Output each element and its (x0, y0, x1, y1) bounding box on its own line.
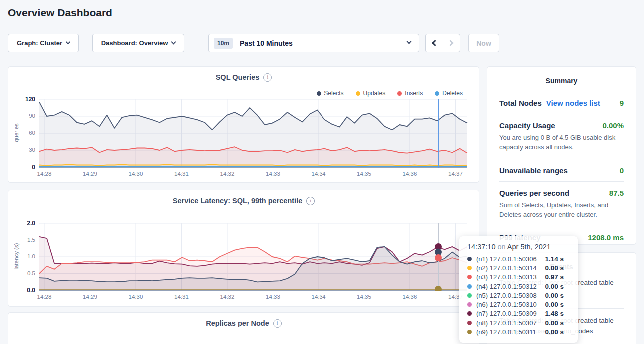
tooltip-node-value: 0.00 s (545, 264, 571, 272)
series-color-dot-icon (467, 311, 472, 316)
summary-value: 0.00% (602, 121, 624, 130)
tooltip-node-value: 0.00 s (545, 283, 571, 290)
tooltip-node-label: (n3) 127.0.0.1:50313 (476, 273, 537, 281)
tooltip-node-row: (n7) 127.0.0.1:503091.48 s (467, 309, 571, 318)
y-tick-label: 0.5 (13, 270, 35, 276)
now-button[interactable]: Now (468, 34, 499, 52)
x-tick-label: 14:33 (260, 294, 286, 300)
y-tick-label: 60 (13, 130, 35, 136)
chevron-left-icon (432, 40, 438, 46)
x-tick-label: 14:36 (397, 171, 423, 177)
summary-label: Queries per second (499, 189, 569, 197)
graph-dropdown-label: Graph: Cluster (17, 39, 62, 47)
tooltip-node-value: 0.00 s (545, 301, 571, 308)
graph-dropdown[interactable]: Graph: Cluster (8, 34, 79, 52)
tooltip-node-label: (n4) 127.0.0.1:50312 (476, 283, 537, 290)
y-tick-label: 120 (13, 96, 35, 103)
x-tick-label: 14:30 (123, 294, 149, 300)
info-icon[interactable]: i (273, 319, 282, 328)
summary-label: Unavailable ranges (499, 166, 568, 175)
y-tick-label: 1.0 (13, 253, 35, 259)
summary-value: 0 (620, 166, 624, 175)
tooltip-node-row: (n9) 127.0.0.1:503110.00 s (467, 327, 571, 336)
tooltip-node-label: (n1) 127.0.0.1:50306 (476, 255, 537, 263)
legend-dot-icon (435, 91, 439, 96)
tooltip-node-row: (n1) 127.0.0.1:503061.14 s (467, 254, 571, 263)
y-tick-label: 30 (13, 147, 35, 153)
sql-queries-panel: SQL Queriesi Selects Updates Inserts Del… (8, 66, 479, 183)
series-color-dot-icon (467, 330, 472, 334)
series-color-dot-icon (467, 266, 472, 270)
series-color-dot-icon (467, 293, 472, 298)
y-tick-label: 2.0 (13, 220, 35, 227)
x-tick-label: 14:34 (306, 294, 331, 300)
tooltip-node-row: (n8) 127.0.0.1:503070.00 s (467, 318, 571, 327)
tooltip-node-row: (n3) 127.0.0.1:503130.97 s (467, 273, 571, 282)
x-tick-label: 14:36 (397, 294, 423, 300)
legend-item-inserts[interactable]: Inserts (397, 90, 423, 97)
view-nodes-list-link[interactable]: View nodes list (546, 99, 600, 107)
x-tick-label: 14:30 (123, 171, 149, 177)
chevron-down-icon (171, 40, 176, 45)
series-color-dot-icon (467, 321, 472, 325)
tooltip-node-value: 0.97 s (545, 273, 571, 281)
x-tick-label: 14:29 (77, 294, 103, 300)
summary-value: 9 (620, 99, 624, 107)
tooltip-node-label: (n7) 127.0.0.1:50309 (476, 310, 537, 317)
x-tick-label: 14:29 (77, 171, 103, 177)
summary-row-queries-per-second: Queries per second 87.5 Sum of Selects, … (499, 181, 624, 226)
tooltip-timestamp: 14:37:10 on Apr 5th, 2021 (467, 243, 571, 251)
tooltip-node-row: (n2) 127.0.0.1:503140.00 s (467, 263, 571, 272)
legend-item-deletes[interactable]: Deletes (435, 90, 463, 97)
time-range-label: Past 10 Minutes (240, 39, 293, 47)
x-tick-label: 14:32 (214, 294, 240, 300)
time-back-button[interactable] (426, 34, 443, 52)
tooltip-node-value: 1.14 s (545, 255, 571, 263)
tooltip-node-value: 0.00 s (545, 319, 571, 327)
legend-dot-icon (317, 91, 321, 96)
summary-description: You are using 0 B of 4.5 GiB usable disk… (499, 133, 624, 152)
time-forward-button[interactable] (443, 34, 460, 52)
summary-title: Summary (487, 77, 636, 85)
legend-label: Deletes (442, 90, 463, 97)
legend-dot-icon (356, 91, 360, 96)
y-tick-label: 0 (13, 164, 35, 171)
tooltip-time: 14:37:10 (467, 243, 495, 251)
dashboard-dropdown-label: Dashboard: Overview (101, 39, 168, 47)
summary-row-unavailable-ranges: Unavailable ranges 0 (499, 159, 624, 181)
tooltip-date: Apr 5th, 2021 (507, 243, 551, 251)
dashboard-dropdown[interactable]: Dashboard: Overview (92, 34, 184, 52)
tooltip-node-label: (n2) 127.0.0.1:50314 (476, 264, 537, 272)
tooltip-node-label: (n8) 127.0.0.1:50307 (476, 319, 537, 327)
y-tick-label: 1.5 (13, 237, 35, 243)
tooltip-node-label: (n6) 127.0.0.1:50310 (476, 301, 537, 308)
service-latency-chart[interactable] (8, 190, 480, 307)
summary-description: Sum of Selects, Updates, Inserts, and De… (499, 201, 624, 220)
summary-label: Capacity Usage (499, 121, 555, 130)
summary-row-capacity-usage: Capacity Usage 0.00% You are using 0 B o… (499, 114, 624, 159)
x-tick-label: 14:28 (31, 294, 57, 300)
tooltip-on-text: on (497, 243, 505, 251)
series-color-dot-icon (467, 284, 472, 289)
tooltip-node-row: (n6) 127.0.0.1:503100.00 s (467, 300, 571, 309)
x-tick-label: 14:34 (306, 171, 331, 177)
legend-label: Selects (324, 90, 343, 97)
x-tick-label: 14:32 (214, 171, 240, 177)
x-tick-label: 14:37 (443, 171, 469, 177)
sql-queries-chart[interactable] (8, 67, 480, 183)
tooltip-node-value: 0.00 s (545, 328, 571, 336)
legend-item-updates[interactable]: Updates (356, 90, 386, 97)
time-range-selector[interactable]: 10m Past 10 Minutes (208, 34, 419, 52)
service-latency-panel: Service Latency: SQL, 99th percentilei l… (8, 190, 479, 307)
time-range-badge: 10m (214, 38, 233, 49)
legend-item-selects[interactable]: Selects (317, 90, 343, 97)
legend-label: Updates (363, 90, 386, 97)
tooltip-node-value: 1.48 s (545, 310, 571, 317)
series-color-dot-icon (467, 275, 472, 279)
replicas-per-node-panel: Replicas per Nodei (8, 312, 479, 344)
chevron-right-icon (447, 40, 454, 46)
x-tick-label: 14:31 (169, 171, 195, 177)
chart-title-text: Replicas per Node (206, 319, 269, 327)
series-color-dot-icon (467, 257, 472, 261)
y-tick-label: 0.0 (13, 287, 35, 294)
